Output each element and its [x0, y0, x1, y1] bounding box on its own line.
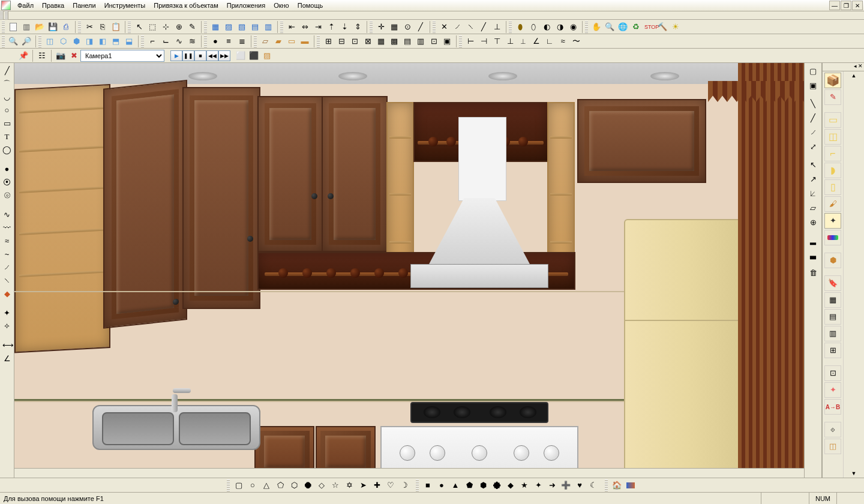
shf-hex[interactable]: ⬢ — [476, 479, 490, 492]
cat-sheet3-icon[interactable]: ▥ — [824, 326, 841, 341]
select-add-button[interactable]: ⊕ — [172, 20, 185, 34]
grid5-button[interactable]: ▦ — [374, 35, 388, 48]
sh-colors-icon[interactable] — [624, 479, 637, 492]
grid6-button[interactable]: ▩ — [388, 35, 401, 48]
shf-diam[interactable]: ◆ — [504, 479, 517, 492]
select-button[interactable]: ↖ — [133, 20, 146, 34]
rt-level2-icon[interactable]: ▃ — [806, 248, 820, 262]
dim2-button[interactable]: ⊣ — [477, 35, 490, 48]
select-point-button[interactable]: ⊹ — [159, 20, 172, 34]
rt-arrow1-icon[interactable]: ↖ — [806, 158, 820, 172]
angle-tool[interactable]: ∠ — [1, 353, 13, 365]
new-file-button[interactable] — [7, 20, 20, 34]
rt-face-icon[interactable]: ▱ — [806, 202, 820, 215]
cat-cube-icon[interactable]: ⬢ — [824, 253, 841, 268]
camera-pin-button[interactable]: 📌 — [17, 49, 30, 62]
menu-snap[interactable]: Привязка к объектам — [149, 1, 223, 10]
pause-button[interactable]: ❚❚ — [182, 50, 194, 61]
cut-button[interactable]: ✂ — [83, 20, 96, 34]
grid3-button[interactable]: ⊡ — [348, 35, 361, 48]
cat-door-icon[interactable]: ▯ — [824, 179, 841, 195]
grid4-button[interactable]: ⊠ — [361, 35, 374, 48]
misc1-tool[interactable]: ✦ — [1, 307, 13, 319]
align-right-button[interactable]: ⇥ — [311, 20, 325, 34]
proj2-button[interactable]: ▰ — [272, 35, 285, 48]
layer3-button[interactable]: ▧ — [235, 20, 248, 34]
proj4-button[interactable]: ▬ — [298, 35, 311, 48]
sh-pent[interactable]: ⬠ — [274, 479, 287, 492]
view-iso3-button[interactable]: ⬢ — [70, 35, 83, 48]
menu-file[interactable]: Файл — [13, 1, 38, 10]
view-iso4-button[interactable]: ◨ — [83, 35, 96, 48]
menu-panels[interactable]: Панели — [68, 1, 100, 10]
path1-tool[interactable]: ⟋ — [1, 262, 13, 274]
rough2-tool[interactable]: ⦾ — [1, 190, 13, 202]
solid-tool[interactable]: ● — [1, 163, 13, 175]
shf-tri[interactable]: ▲ — [449, 479, 462, 492]
layer1-button[interactable]: ▦ — [209, 20, 222, 34]
dim-tool[interactable]: ⟷ — [1, 340, 13, 352]
cube2-button[interactable]: ⬛ — [247, 49, 260, 62]
rt-arrow2-icon[interactable]: ↗ — [806, 173, 820, 186]
copy-button[interactable]: ⎘ — [96, 20, 109, 34]
grid10-button[interactable]: ▣ — [440, 35, 454, 48]
shf-star6[interactable]: ✦ — [532, 479, 545, 492]
mode4-button[interactable]: ≋ — [185, 35, 199, 48]
cube1-button[interactable]: ⬜ — [234, 49, 247, 62]
panel-pin-icon[interactable]: ◂ — [854, 63, 857, 71]
shf-moon[interactable]: ☾ — [587, 479, 600, 492]
cat-brush-icon[interactable]: 🖌 — [824, 196, 841, 212]
menu-tools[interactable]: Инструменты — [100, 1, 150, 10]
sh-diam[interactable]: ◇ — [315, 479, 328, 492]
shf-arrow[interactable]: ➜ — [545, 479, 559, 492]
curve3-tool[interactable]: ≈ — [1, 235, 13, 247]
trim3-button[interactable]: ⟍ — [464, 20, 477, 34]
path3-tool[interactable]: ◆ — [1, 288, 13, 300]
sh-house-icon[interactable]: 🏠 — [610, 479, 623, 492]
align-center-button[interactable]: ⇔ — [298, 20, 311, 34]
menu-window[interactable]: Окно — [269, 1, 293, 10]
cat-misc1-icon[interactable]: ⟐ — [824, 422, 841, 437]
view-iso2-button[interactable]: ⬡ — [56, 35, 70, 48]
zoom-fit-button[interactable]: 🔍 — [603, 20, 616, 34]
cat-panel1-icon[interactable]: ▭ — [824, 112, 841, 128]
restore-button[interactable]: ❐ — [841, 1, 851, 10]
grid2-button[interactable]: ⊟ — [335, 35, 348, 48]
cat-sheet2-icon[interactable]: ▤ — [824, 309, 841, 325]
stop2-button[interactable]: ■ — [194, 50, 206, 61]
cat-lshape-icon[interactable]: ⌐ — [824, 146, 841, 161]
rect-tool[interactable]: ▭ — [1, 118, 13, 130]
zoom-out-button[interactable]: 🔎 — [20, 35, 33, 48]
render4-button[interactable]: ◑ — [553, 20, 566, 34]
grid9-button[interactable]: ⊡ — [427, 35, 440, 48]
grid1-button[interactable]: ⊞ — [322, 35, 335, 48]
paste-button[interactable]: 📋 — [109, 20, 122, 34]
zoom-in-button[interactable]: 🔍 — [7, 35, 20, 48]
sh-star5[interactable]: ☆ — [329, 479, 342, 492]
dim6-button[interactable]: ∠ — [530, 35, 543, 48]
rt-trash-icon[interactable]: 🗑 — [806, 266, 820, 280]
rt-globe-icon[interactable]: ⊕ — [806, 216, 820, 229]
dim5-button[interactable]: ⟂ — [517, 35, 530, 48]
render1-button[interactable]: ⬮ — [514, 20, 527, 34]
hammer-button[interactable]: 🔨 — [656, 20, 669, 34]
cat-sheet-icon[interactable]: ▦ — [824, 292, 841, 308]
mode3-button[interactable]: ∿ — [172, 35, 185, 48]
camera-del-button[interactable]: ✖ — [67, 49, 80, 62]
shf-plus[interactable]: ➕ — [559, 479, 572, 492]
cube3-button[interactable]: ▨ — [260, 49, 274, 62]
arc-tool[interactable]: ⌒ — [1, 78, 13, 90]
render2-button[interactable]: ⬯ — [527, 20, 540, 34]
layer5-button[interactable]: ▥ — [262, 20, 275, 34]
cat-clip-icon[interactable]: 🔖 — [824, 275, 841, 291]
layer4-button[interactable]: ▤ — [248, 20, 262, 34]
play-button[interactable]: ▶ — [170, 50, 182, 61]
dim4-button[interactable]: ⊥ — [503, 35, 517, 48]
viewport-3d[interactable] — [14, 63, 804, 478]
camera-tree-button[interactable]: ☷ — [35, 49, 49, 62]
cat-pencil-icon[interactable]: ✎ — [824, 89, 841, 105]
forward-button[interactable]: ▶▶ — [218, 50, 230, 61]
proj3-button[interactable]: ▭ — [285, 35, 298, 48]
menu-help[interactable]: Помощь — [293, 1, 328, 10]
mode2-button[interactable]: ⌙ — [159, 35, 172, 48]
